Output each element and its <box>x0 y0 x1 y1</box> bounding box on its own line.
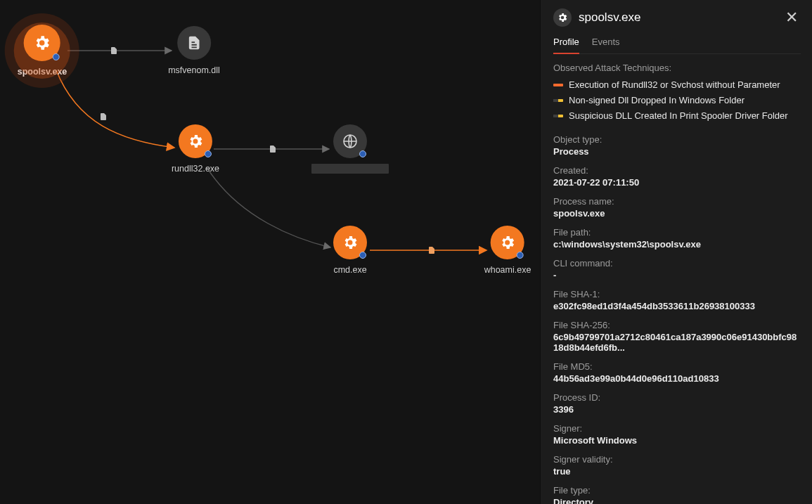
field-key: File path: <box>553 227 801 238</box>
field-value: spoolsv.exe <box>553 208 801 219</box>
tab-events[interactable]: Events <box>592 32 620 54</box>
panel-title: spoolsv.exe <box>579 11 775 25</box>
node-label: spoolsv.exe <box>18 67 67 77</box>
severity-icon <box>553 115 563 117</box>
field-value: 3396 <box>553 404 801 415</box>
panel-tabs: Profile Events <box>553 32 801 54</box>
field-key: File SHA-1: <box>553 289 801 299</box>
node-rundll32[interactable]: rundll32.exe <box>172 124 219 174</box>
node-whoami[interactable]: whoami.exe <box>484 226 531 275</box>
field-key: CLI command: <box>553 258 801 269</box>
field-key: Process ID: <box>553 392 801 403</box>
node-label: rundll32.exe <box>172 164 219 174</box>
field-value: c:\windows\system32\spoolsv.exe <box>553 239 801 250</box>
graph-edges <box>0 0 540 504</box>
field-key: File type: <box>553 485 801 496</box>
node-cmd[interactable]: cmd.exe <box>333 226 367 275</box>
field-value: true <box>553 466 801 477</box>
gear-icon <box>553 8 572 27</box>
field-value: Process <box>553 146 801 157</box>
gear-icon <box>491 226 524 259</box>
field-value: 6c9b49799701a2712c80461ca187a3990c06e914… <box>553 332 801 353</box>
node-label: msfvenom.dll <box>168 65 220 75</box>
field-key: Object type: <box>553 134 801 145</box>
edge-icon <box>426 245 437 256</box>
oat-item[interactable]: Non-signed Dll Dropped In Windows Folder <box>553 93 801 108</box>
field-value: - <box>553 270 801 280</box>
severity-icon <box>553 99 563 102</box>
details-panel: spoolsv.exe ✕ Profile Events Observed At… <box>540 0 812 504</box>
process-graph-canvas[interactable]: spoolsv.exe msfvenom.dll rundll32.exe cm… <box>0 0 540 504</box>
edge-icon <box>108 45 120 56</box>
oat-item[interactable]: Execution of Rundll32 or Svchost without… <box>553 77 801 93</box>
node-msfvenom[interactable]: msfvenom.dll <box>168 26 220 75</box>
file-icon <box>177 26 211 60</box>
field-value: 2021-07-22 07:11:50 <box>553 177 801 188</box>
node-globe[interactable] <box>311 124 389 174</box>
node-label-redacted <box>311 164 389 174</box>
severity-icon <box>553 84 563 86</box>
tab-profile[interactable]: Profile <box>553 32 579 54</box>
close-icon: ✕ <box>785 8 798 26</box>
gear-icon <box>333 226 367 259</box>
field-key: File SHA-256: <box>553 320 801 330</box>
oat-text: Suspicious DLL Created In Print Spooler … <box>569 110 788 122</box>
edge-icon <box>98 111 109 122</box>
field-key: Signer: <box>553 423 801 434</box>
field-key: File MD5: <box>553 361 801 372</box>
field-key: Signer validity: <box>553 454 801 465</box>
oat-header: Observed Attack Techniques: <box>553 63 801 73</box>
edge-icon <box>267 143 278 155</box>
oat-list: Execution of Rundll32 or Svchost without… <box>553 77 801 124</box>
field-value: 44b56ad3e99a0b44d0e96d110ad10833 <box>553 373 801 384</box>
oat-item[interactable]: Suspicious DLL Created In Print Spooler … <box>553 108 801 124</box>
globe-icon <box>333 124 367 158</box>
node-spoolsv[interactable]: spoolsv.exe <box>18 25 67 77</box>
gear-icon <box>179 124 212 158</box>
field-key: Created: <box>553 165 801 176</box>
field-key: Process name: <box>553 196 801 207</box>
field-value: e302fc98ed1d3f4a454db3533611b26938100333 <box>553 301 801 311</box>
oat-text: Non-signed Dll Dropped In Windows Folder <box>569 94 745 107</box>
field-value: Microsoft Windows <box>553 435 801 446</box>
gear-icon <box>24 25 60 61</box>
node-label: whoami.exe <box>484 265 531 275</box>
oat-text: Execution of Rundll32 or Svchost without… <box>569 79 780 91</box>
close-button[interactable]: ✕ <box>782 7 801 28</box>
node-label: cmd.exe <box>333 265 367 275</box>
field-value: Directory <box>553 497 801 504</box>
